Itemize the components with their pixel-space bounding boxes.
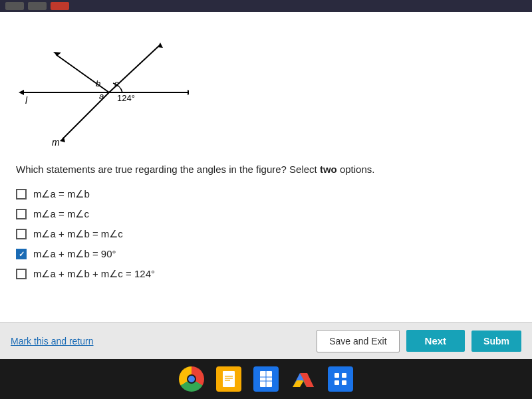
choice-label-5: m∠a + m∠b + m∠c = 124° — [33, 268, 155, 280]
question-area: l m b c a 124° — [0, 12, 532, 322]
sheets-icon[interactable] — [253, 366, 279, 392]
grid-icon[interactable] — [328, 366, 353, 392]
choice-2[interactable]: m∠a = m∠c — [16, 208, 516, 220]
checkbox-5[interactable] — [16, 269, 27, 279]
top-bar — [0, 0, 532, 12]
submit-button[interactable]: Subm — [471, 331, 521, 352]
answer-choices: m∠a = m∠b m∠a = m∠c m∠a + m∠b = m∠c m∠a … — [16, 188, 516, 280]
svg-text:124°: 124° — [117, 93, 135, 103]
svg-rect-18 — [225, 380, 230, 381]
main-content: l m b c a 124° — [0, 12, 532, 359]
question-bold: two — [320, 164, 337, 175]
svg-text:a: a — [99, 91, 104, 101]
checkbox-4[interactable] — [16, 249, 27, 259]
svg-line-4 — [56, 55, 109, 92]
choice-3[interactable]: m∠a + m∠b = m∠c — [16, 228, 516, 240]
svg-marker-2 — [19, 90, 24, 95]
svg-rect-30 — [342, 373, 346, 378]
question-text-end: options. — [337, 164, 375, 175]
next-button[interactable]: Next — [406, 330, 466, 352]
bottom-bar: Mark this and return Save and Exit Next … — [0, 322, 532, 359]
svg-rect-16 — [225, 376, 233, 377]
geometry-figure: l m b c a 124° — [16, 23, 189, 156]
svg-text:m: m — [52, 137, 60, 148]
mark-this-link[interactable]: Mark this and return — [11, 336, 94, 346]
svg-rect-29 — [334, 373, 339, 378]
checkbox-1[interactable] — [16, 189, 27, 200]
taskbar — [0, 359, 532, 399]
chrome-icon[interactable] — [179, 366, 204, 392]
save-exit-button[interactable]: Save and Exit — [317, 330, 399, 352]
choice-5[interactable]: m∠a + m∠b + m∠c = 124° — [16, 268, 516, 280]
docs-icon[interactable] — [216, 366, 241, 392]
svg-rect-15 — [223, 371, 235, 387]
svg-text:l: l — [25, 95, 28, 106]
top-bar-btn-1[interactable] — [5, 2, 24, 10]
top-bar-btn-2[interactable] — [28, 2, 47, 10]
choice-label-1: m∠a = m∠b — [33, 188, 90, 200]
choice-1[interactable]: m∠a = m∠b — [16, 188, 516, 200]
svg-marker-7 — [158, 43, 163, 48]
svg-rect-31 — [334, 380, 339, 385]
svg-rect-32 — [342, 380, 346, 385]
svg-marker-24 — [293, 380, 304, 387]
question-text: Which statements are true regarding the … — [16, 162, 516, 176]
choice-label-2: m∠a = m∠c — [33, 208, 89, 220]
drive-icon[interactable] — [291, 366, 316, 392]
checkbox-3[interactable] — [16, 229, 27, 239]
choice-label-4: m∠a + m∠b = 90° — [33, 248, 116, 260]
svg-rect-17 — [225, 378, 233, 379]
choice-label-3: m∠a + m∠b = m∠c — [33, 228, 123, 240]
svg-marker-5 — [53, 52, 61, 56]
svg-marker-1 — [188, 90, 189, 95]
svg-text:b: b — [96, 78, 100, 88]
top-bar-btn-close[interactable] — [51, 2, 69, 10]
checkbox-2[interactable] — [16, 209, 27, 219]
question-text-start: Which statements are true regarding the … — [16, 164, 320, 175]
choice-4[interactable]: m∠a + m∠b = 90° — [16, 248, 516, 260]
